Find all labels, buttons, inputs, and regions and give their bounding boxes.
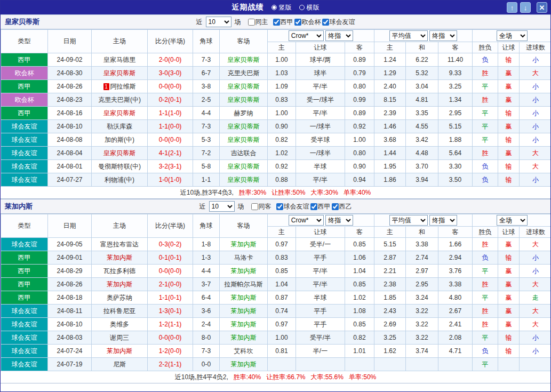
avg-stage-select[interactable]: 终指 [429, 30, 457, 41]
match-count-select[interactable]: 10 [209, 201, 235, 212]
odds-stage-select[interactable]: 终指 [325, 30, 353, 41]
away-team-link[interactable]: 莱加内斯 [231, 361, 257, 368]
full-match-select[interactable]: 全场 [497, 215, 528, 226]
away-team-link[interactable]: 艾科坎 [234, 347, 253, 355]
league-cell[interactable]: 欧会杯 [1, 67, 48, 80]
close-button[interactable]: ✕ [537, 2, 547, 13]
odds-stage-select[interactable]: 终指 [325, 215, 353, 226]
score-cell[interactable]: 0-0(0-0) [148, 265, 193, 278]
away-team-link[interactable]: 皇家贝蒂斯 [228, 163, 260, 170]
home-team-link[interactable]: 尼斯 [113, 361, 126, 368]
away-team-link[interactable]: 皇家贝蒂斯 [228, 123, 260, 130]
league-checkbox[interactable] [273, 19, 280, 26]
score-cell[interactable]: 1-0(1-0) [148, 173, 193, 187]
league-cell[interactable]: 球会友谊 [1, 238, 48, 251]
league-cell[interactable]: 西甲 [1, 291, 48, 305]
away-team-link[interactable]: 皇家贝蒂斯 [228, 96, 260, 103]
same-venue-filter[interactable]: 同主 [247, 18, 268, 27]
away-team-link[interactable]: 莱加内斯 [231, 267, 257, 275]
score-cell[interactable]: 0-3(0-2) [148, 238, 193, 251]
league-filter[interactable]: 欧会杯 [293, 18, 321, 27]
away-team-link[interactable]: 皇家贝蒂斯 [228, 176, 260, 183]
league-cell[interactable]: 球会友谊 [1, 147, 48, 160]
away-team-link[interactable]: 莱加内斯 [231, 294, 257, 301]
league-cell[interactable]: 球会友谊 [1, 318, 48, 331]
away-team-link[interactable]: 莱加内斯 [231, 334, 257, 341]
league-cell[interactable]: 球会友谊 [1, 345, 48, 358]
same-venue-checkbox[interactable] [251, 203, 258, 210]
score-cell[interactable]: 1-1(1-0) [148, 107, 193, 120]
league-checkbox[interactable] [294, 19, 301, 26]
league-cell[interactable]: 球会友谊 [1, 173, 48, 187]
away-team-link[interactable]: 皇家贝蒂斯 [228, 83, 260, 90]
league-cell[interactable]: 欧会杯 [1, 93, 48, 107]
away-team-link[interactable]: 莱加内斯 [231, 241, 257, 248]
away-team-link[interactable]: 马洛卡 [234, 254, 253, 261]
match-count-select[interactable]: 10 [206, 17, 231, 27]
score-cell[interactable]: 2-0(0-0) [148, 53, 193, 67]
home-team-link[interactable]: 加的斯(中) [105, 136, 134, 143]
league-cell[interactable]: 球会友谊 [1, 358, 48, 371]
average-select[interactable]: 平均值 [389, 215, 428, 226]
score-cell[interactable]: 0-0(0-0) [148, 331, 193, 345]
score-cell[interactable]: 4-1(2-1) [148, 147, 193, 160]
home-team-link[interactable]: 莱加内斯 [107, 347, 132, 355]
home-team-link[interactable]: 利物浦(中) [105, 176, 134, 183]
bookmaker-select[interactable]: Crow* [289, 215, 324, 226]
home-team-link[interactable]: 克里夫巴斯(中) [98, 96, 141, 103]
home-team-link[interactable]: 皇家贝蒂斯 [103, 69, 135, 77]
same-venue-filter[interactable]: 同客 [250, 202, 271, 211]
home-team-link[interactable]: 谢周三 [110, 334, 129, 341]
home-team-link[interactable]: 奥维多 [110, 321, 129, 328]
home-team-link[interactable]: 曼彻斯特联(中) [98, 163, 141, 170]
home-team-link[interactable]: 皇家马德里 [103, 56, 135, 63]
layout-vertical-radio[interactable]: 竖版 [271, 3, 292, 12]
layout-horizontal-radio[interactable]: 横版 [299, 3, 320, 12]
scroll-up-button[interactable]: ↑ [507, 2, 517, 13]
score-cell[interactable]: 1-2(0-0) [148, 345, 193, 358]
average-select[interactable]: 平均值 [389, 30, 428, 41]
score-cell[interactable]: 1-1(0-1) [148, 291, 193, 305]
away-team-link[interactable]: 莱加内斯 [231, 307, 257, 315]
scroll-down-button[interactable]: ↓ [520, 2, 531, 13]
league-cell[interactable]: 西甲 [1, 251, 48, 265]
league-filter[interactable]: 球会友谊 [321, 18, 355, 27]
score-cell[interactable]: 0-1(0-1) [148, 251, 193, 265]
league-checkbox[interactable] [332, 203, 339, 210]
league-cell[interactable]: 球会友谊 [1, 305, 48, 318]
league-cell[interactable]: 球会友谊 [1, 120, 48, 133]
home-team-link[interactable]: 皇家贝蒂斯 [103, 149, 135, 157]
score-cell[interactable]: 1-1(0-0) [148, 120, 193, 133]
home-team-link[interactable]: 富恩拉布雷达 [100, 241, 139, 248]
league-checkbox[interactable] [310, 203, 317, 210]
league-filter[interactable]: 西甲 [309, 202, 331, 211]
league-cell[interactable]: 球会友谊 [1, 133, 48, 147]
same-venue-checkbox[interactable] [248, 19, 255, 26]
league-cell[interactable]: 西甲 [1, 53, 48, 67]
home-team-link[interactable]: 阿拉维斯 [110, 83, 136, 90]
score-cell[interactable]: 0-2(0-1) [148, 93, 193, 107]
avg-stage-select[interactable]: 终指 [429, 215, 457, 226]
league-cell[interactable]: 西甲 [1, 278, 48, 291]
home-team-link[interactable]: 皇家贝蒂斯 [103, 109, 135, 117]
league-cell[interactable]: 西甲 [1, 265, 48, 278]
score-cell[interactable]: 0-0(0-0) [148, 80, 193, 93]
score-cell[interactable]: 2-2(1-1) [148, 358, 193, 371]
away-team-link[interactable]: 拉斯帕尔马斯 [225, 281, 263, 288]
home-team-link[interactable]: 瓦拉多利德 [103, 267, 135, 275]
score-cell[interactable]: 1-3(0-1) [148, 305, 193, 318]
home-team-link[interactable]: 奥萨苏纳 [107, 294, 132, 301]
away-team-link[interactable]: 赫罗纳 [234, 109, 253, 117]
league-cell[interactable]: 西甲 [1, 107, 48, 120]
home-team-link[interactable]: 莱加内斯 [107, 254, 132, 261]
league-filter[interactable]: 球会友谊 [275, 202, 309, 211]
league-filter[interactable]: 西甲 [272, 18, 293, 27]
full-match-select[interactable]: 全场 [497, 30, 528, 41]
score-cell[interactable]: 3-2(3-1) [148, 160, 193, 173]
away-team-link[interactable]: 皇家贝蒂斯 [228, 136, 260, 143]
league-filter[interactable]: 西乙 [331, 202, 352, 211]
league-checkbox[interactable] [276, 203, 283, 210]
score-cell[interactable]: 1-2(1-1) [148, 318, 193, 331]
away-team-link[interactable]: 克里夫巴斯 [228, 69, 260, 77]
home-team-link[interactable]: 拉科鲁尼亚 [103, 307, 135, 315]
